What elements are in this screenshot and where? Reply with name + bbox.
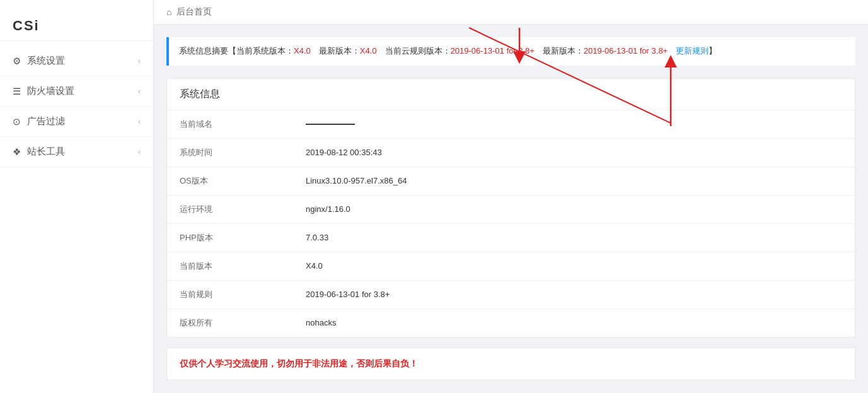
chevron-icon: ‹ [138, 148, 141, 156]
row-label: OS版本 [167, 167, 293, 195]
logo: CSi [0, 6, 153, 41]
circle-icon: ⊙ [13, 116, 21, 127]
page-header: ⌂ 后台首页 [154, 0, 868, 25]
row-value: —————— [293, 110, 855, 139]
table-row: 系统时间2019-08-12 00:35:43 [167, 138, 855, 167]
info-banner: 系统信息摘要【当前系统版本：X4.0 最新版本：X4.0 当前云规则版本：201… [166, 37, 855, 66]
table-row: OS版本Linux3.10.0-957.el7.x86_64 [167, 167, 855, 195]
row-label: 版权所有 [167, 308, 293, 337]
table-row: 当前规则2019-06-13-01 for 3.8+ [167, 280, 855, 308]
row-value: 7.0.33 [293, 223, 855, 252]
banner-latest-rule: 2019-06-13-01 for 3.8+ [584, 46, 668, 56]
chevron-icon: ‹ [138, 117, 141, 126]
table-row: 当前域名—————— [167, 110, 855, 139]
card-title: 系统信息 [167, 79, 855, 110]
table-row: PHP版本7.0.33 [167, 223, 855, 252]
row-value: X4.0 [293, 252, 855, 280]
chevron-icon: ‹ [138, 87, 141, 96]
row-label: 运行环境 [167, 195, 293, 223]
sidebar-item-label: 广告过滤 [27, 115, 65, 127]
sidebar-item-label: 系统设置 [27, 55, 65, 67]
sidebar-item-ad-filter[interactable]: ⊙ 广告过滤 ‹ [0, 107, 153, 137]
page-title: 后台首页 [176, 6, 212, 18]
banner-current-rule: 2019-06-13-01 for 3.8+ [451, 46, 535, 56]
tools-icon: ❖ [13, 146, 21, 158]
gear-icon: ⚙ [13, 56, 21, 67]
warning-notice: 仅供个人学习交流使用，切勿用于非法用途，否则后果自负！ [166, 348, 855, 380]
list-icon: ☰ [13, 86, 21, 97]
chevron-icon: ‹ [138, 57, 141, 66]
sidebar-item-system-settings[interactable]: ⚙ 系统设置 ‹ [0, 46, 153, 76]
sidebar-item-firewall-settings[interactable]: ☰ 防火墙设置 ‹ [0, 76, 153, 107]
banner-prefix: 系统信息摘要【当前系统版本： [179, 46, 294, 56]
banner-sep4 [668, 46, 676, 56]
row-value: 2019-06-13-01 for 3.8+ [293, 280, 855, 308]
sidebar-item-label: 防火墙设置 [27, 85, 74, 97]
sidebar: CSi ⚙ 系统设置 ‹ ☰ 防火墙设置 ‹ ⊙ 广告过滤 ‹ ❖ 站长工具 ‹ [0, 0, 154, 393]
row-label: 当前规则 [167, 280, 293, 308]
banner-sep1: 最新版本： [311, 46, 360, 56]
update-rules-link[interactable]: 更新规则 [676, 46, 709, 56]
sidebar-item-label: 站长工具 [27, 146, 65, 158]
row-label: 当前版本 [167, 252, 293, 280]
table-row: 版权所有nohacks [167, 308, 855, 337]
info-table: 当前域名——————系统时间2019-08-12 00:35:43OS版本Lin… [167, 110, 855, 337]
banner-current-version: X4.0 [294, 46, 311, 56]
row-value: nohacks [293, 308, 855, 337]
home-icon: ⌂ [166, 7, 171, 17]
row-value: Linux3.10.0-957.el7.x86_64 [293, 167, 855, 195]
banner-sep2: 当前云规则版本： [377, 46, 451, 56]
main-content: ⌂ 后台首页 系统信息摘要【当前系统版本：X4.0 最新版本：X [154, 0, 868, 393]
table-row: 运行环境nginx/1.16.0 [167, 195, 855, 223]
row-label: 系统时间 [167, 138, 293, 167]
content-area: 系统信息摘要【当前系统版本：X4.0 最新版本：X4.0 当前云规则版本：201… [154, 25, 868, 393]
row-value: nginx/1.16.0 [293, 195, 855, 223]
logo-text: CSi [13, 18, 40, 34]
system-info-card: 系统信息 当前域名——————系统时间2019-08-12 00:35:43OS… [166, 78, 855, 337]
banner-latest-version: X4.0 [360, 46, 377, 56]
row-label: 当前域名 [167, 110, 293, 139]
warning-text: 仅供个人学习交流使用，切勿用于非法用途，否则后果自负！ [180, 358, 418, 368]
row-label: PHP版本 [167, 223, 293, 252]
row-value: 2019-08-12 00:35:43 [293, 138, 855, 167]
sidebar-item-webmaster-tools[interactable]: ❖ 站长工具 ‹ [0, 137, 153, 167]
banner-sep3: 最新版本： [535, 46, 584, 56]
banner-suffix: 】 [709, 46, 717, 56]
table-row: 当前版本X4.0 [167, 252, 855, 280]
